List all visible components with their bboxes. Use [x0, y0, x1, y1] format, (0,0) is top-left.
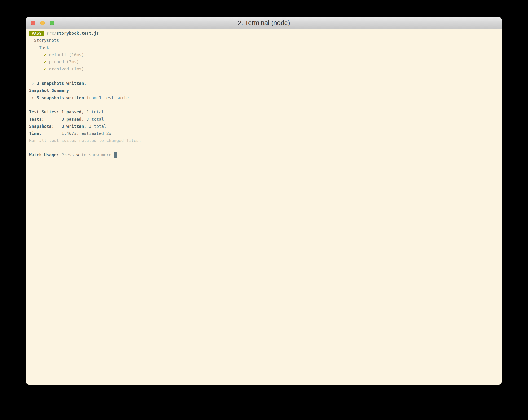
terminal-line: ✓ archived (1ms): [29, 65, 499, 72]
terminal-line: Storyshots: [29, 37, 499, 44]
terminal-text: ›: [29, 95, 37, 100]
terminal-text: , 1 total: [81, 110, 104, 114]
terminal-line: Ran all test suites related to changed f…: [29, 137, 499, 144]
terminal-text: [29, 59, 44, 64]
terminal-text: Ran all test suites related to changed f…: [29, 138, 141, 143]
zoom-button[interactable]: [50, 21, 54, 25]
block-cursor: [114, 152, 117, 158]
terminal-text: Time:: [29, 131, 61, 136]
check-icon: ✓: [44, 67, 47, 71]
window-title: 2. Terminal (node): [238, 19, 290, 27]
terminal-text: [29, 52, 44, 57]
check-icon: ✓: [44, 52, 47, 57]
terminal-text: Snapshots:: [29, 124, 61, 129]
terminal-line: Snapshot Summary: [29, 87, 499, 94]
terminal-text: Watch Usage:: [29, 153, 61, 157]
terminal-text: Tests:: [29, 117, 61, 122]
terminal-line: Test Suites: 1 passed, 1 total: [29, 108, 499, 115]
terminal-line: ✓ default (16ms): [29, 51, 499, 58]
terminal-line: ✓ pinned (2ms): [29, 58, 499, 65]
terminal-text: from 1 test suite.: [84, 95, 131, 100]
terminal-text: Snapshot Summary: [29, 88, 69, 93]
terminal-line: [29, 144, 499, 151]
terminal-text: [47, 67, 49, 71]
terminal-text: ›: [29, 81, 37, 86]
terminal-text: , 3 total: [84, 124, 107, 129]
terminal-text: Press: [61, 153, 76, 157]
close-button[interactable]: [31, 21, 36, 25]
terminal-text: 3 snapshots written.: [37, 81, 87, 86]
terminal-text: , 3 total: [81, 117, 104, 122]
terminal-window: 2. Terminal (node) PASS src/storybook.te…: [26, 17, 502, 385]
terminal-text: [44, 31, 47, 36]
terminal-line: Snapshots: 3 written, 3 total: [29, 123, 499, 130]
terminal-line: Task: [29, 44, 499, 51]
terminal-output[interactable]: PASS src/storybook.test.js Storyshots Ta…: [26, 29, 502, 159]
terminal-line: Time: 1.467s, estimated 2s: [29, 130, 499, 137]
terminal-text: src/: [47, 31, 57, 36]
title-bar[interactable]: 2. Terminal (node): [26, 17, 502, 29]
minimize-button[interactable]: [40, 21, 45, 25]
terminal-line: › 3 snapshots written.: [29, 80, 499, 87]
terminal-line: › 3 snapshots written from 1 test suite.: [29, 94, 499, 101]
terminal-text: [29, 67, 44, 71]
terminal-text: [47, 59, 49, 64]
terminal-line: Tests: 3 passed, 3 total: [29, 116, 499, 123]
terminal-line: [29, 73, 499, 80]
terminal-text: 1.467s, estimated 2s: [61, 131, 111, 136]
terminal-text: 3 snapshots written: [37, 95, 84, 100]
terminal-text: 1 passed: [61, 110, 81, 114]
terminal-text: default (16ms): [49, 52, 84, 57]
traffic-lights: [31, 21, 54, 25]
terminal-text: [47, 52, 49, 57]
check-icon: ✓: [44, 59, 47, 64]
terminal-line: Watch Usage: Press w to show more.: [29, 151, 499, 159]
terminal-line: [29, 101, 499, 108]
terminal-text: Test Suites:: [29, 110, 61, 114]
terminal-text: w: [76, 153, 79, 157]
terminal-text: 3 passed: [61, 117, 81, 122]
terminal-text: storybook.test.js: [57, 31, 99, 36]
pass-badge: PASS: [29, 31, 44, 36]
terminal-text: 3 written: [61, 124, 84, 129]
terminal-text: to show more.: [79, 153, 114, 157]
terminal-text: Task: [29, 45, 49, 50]
terminal-text: Storyshots: [29, 38, 59, 43]
terminal-text: archived (1ms): [49, 67, 84, 71]
terminal-text: pinned (2ms): [49, 59, 79, 64]
terminal-line: PASS src/storybook.test.js: [29, 30, 499, 37]
